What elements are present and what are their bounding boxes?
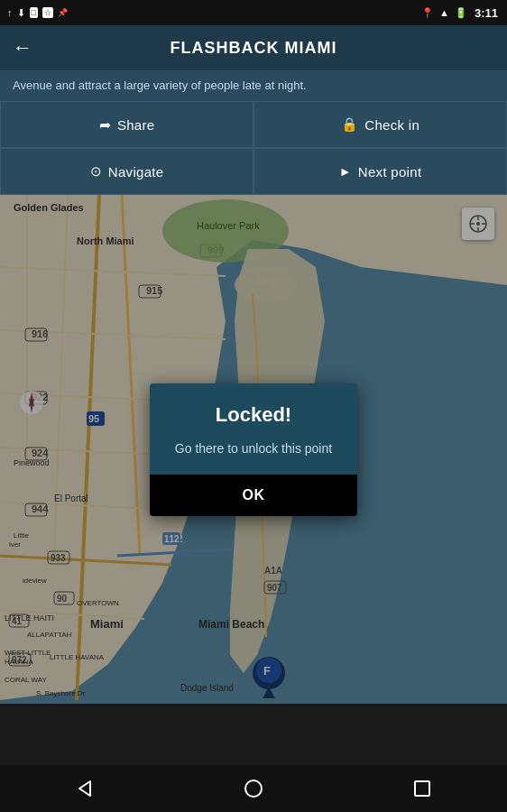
checkin-button[interactable]: 🔒 Check in: [254, 101, 507, 148]
home-nav-button[interactable]: [232, 767, 275, 810]
time-display: 3:11: [475, 6, 498, 20]
navigate-icon: ⊙: [90, 163, 102, 180]
page-title: FLASHBACK MIAMI: [171, 39, 337, 58]
location-icon: 📍: [421, 7, 434, 19]
modal-message: Go there to unlock this point: [168, 439, 339, 458]
back-button[interactable]: ←: [13, 36, 32, 60]
status-icons: 📍 ▲ 🔋 3:11: [421, 6, 498, 20]
modal-body: Locked! Go there to unlock this point: [150, 383, 357, 475]
svg-marker-87: [79, 781, 90, 796]
notif-icon-4: ☆: [42, 7, 53, 18]
svg-rect-89: [415, 781, 429, 796]
action-row-1: ➦ Share 🔒 Check in: [0, 101, 507, 148]
recents-nav-icon: [411, 778, 433, 799]
checkin-label: Check in: [364, 117, 419, 133]
modal-overlay: Locked! Go there to unlock this point OK: [0, 195, 507, 704]
description-text: Avenue and attract a large variety of pe…: [0, 70, 507, 101]
notif-icon-2: ⬇: [17, 7, 25, 19]
modal-title: Locked!: [168, 403, 339, 427]
notif-icon-5: 📌: [58, 8, 68, 17]
map-container: 916 922 924 909 915 944 112: [0, 195, 507, 765]
notif-icon-3: □: [30, 7, 38, 18]
next-point-button[interactable]: ► Next point: [254, 148, 507, 195]
navigate-button[interactable]: ⊙ Navigate: [0, 148, 254, 195]
back-nav-icon: [74, 778, 96, 799]
locked-modal: Locked! Go there to unlock this point OK: [150, 383, 357, 516]
notification-icons: ↑ ⬇ □ ☆ 📌: [7, 7, 68, 19]
share-label: Share: [117, 117, 155, 133]
status-bar: ↑ ⬇ □ ☆ 📌 📍 ▲ 🔋 3:11: [0, 0, 507, 25]
lock-icon: 🔒: [341, 116, 358, 133]
svg-point-88: [245, 780, 262, 797]
wifi-icon: ▲: [439, 7, 449, 18]
battery-icon: 🔋: [455, 7, 467, 19]
app-header: ← FLASHBACK MIAMI: [0, 25, 507, 70]
action-row-2: ⊙ Navigate ► Next point: [0, 148, 507, 195]
back-nav-button[interactable]: [63, 767, 106, 810]
home-nav-icon: [243, 778, 264, 799]
share-button[interactable]: ➦ Share: [0, 101, 254, 148]
bottom-navigation: [0, 765, 507, 812]
navigate-label: Navigate: [108, 164, 164, 180]
notif-icon-1: ↑: [7, 7, 13, 18]
share-icon: ➦: [99, 116, 111, 134]
modal-ok-button[interactable]: OK: [150, 475, 357, 516]
recents-nav-button[interactable]: [401, 767, 444, 810]
next-point-label: Next point: [358, 164, 422, 180]
arrow-icon: ►: [339, 164, 352, 179]
